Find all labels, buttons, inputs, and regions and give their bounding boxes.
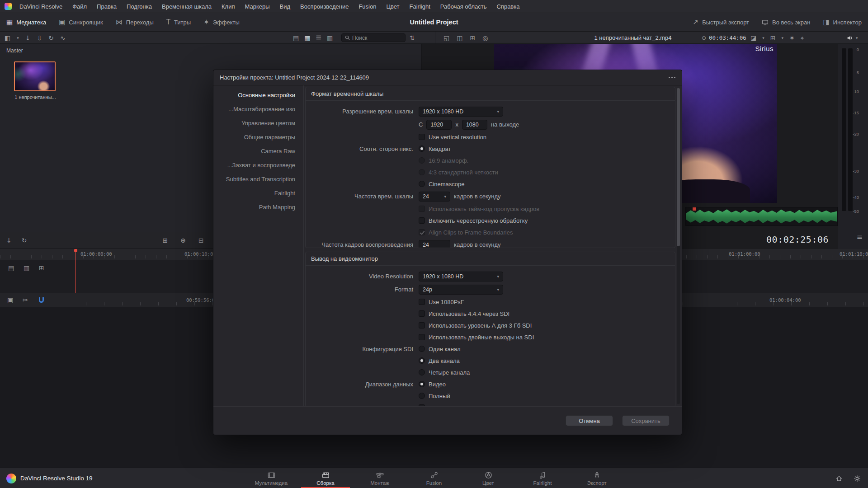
sdi-quad-radio[interactable] <box>419 369 425 375</box>
page-tab-edit[interactable]: Монтаж <box>353 468 407 488</box>
speaker-icon[interactable] <box>846 34 854 42</box>
tab-main-settings[interactable]: Основные настройки <box>213 88 303 102</box>
use-444-sdi-checkbox[interactable] <box>419 310 425 317</box>
checkbox-label[interactable]: Use vertical resolution <box>429 134 486 141</box>
menu-item-help[interactable]: Справка <box>491 3 524 10</box>
radio-label[interactable]: Квадрат <box>429 145 451 152</box>
titles-button[interactable]: T Титры <box>160 13 197 31</box>
chevron-down-icon[interactable]: ▾ <box>782 36 784 40</box>
chevron-down-icon[interactable]: ▾ <box>856 36 858 40</box>
tab-path-mapping[interactable]: Path Mapping <box>213 200 303 214</box>
monitor-format-dropdown[interactable]: 24p ▾ <box>419 285 503 295</box>
search-input[interactable] <box>352 35 402 41</box>
list-view-icon[interactable]: ☰ <box>316 35 321 41</box>
page-tab-media[interactable]: Мультимедиа <box>244 468 298 488</box>
metadata-view-icon[interactable]: ▥ <box>327 35 333 41</box>
settings-gear-icon[interactable] <box>854 475 861 482</box>
tab-camera-raw[interactable]: Camera Raw <box>213 144 303 158</box>
snap-icon[interactable] <box>39 297 44 303</box>
playback-framerate-input[interactable] <box>419 240 450 249</box>
smart-insert-icon[interactable]: ⊞ <box>162 237 168 244</box>
timeline-import-icon[interactable]: ↓ <box>6 237 12 244</box>
effects-button[interactable]: ✶ Эффекты <box>197 13 246 31</box>
menu-item-edit[interactable]: Правка <box>92 3 122 10</box>
import-folder-icon[interactable]: ⇩ <box>37 35 42 41</box>
viewer-options-icon[interactable]: ≡ <box>857 233 863 241</box>
bin-label[interactable]: Master <box>6 47 23 54</box>
timeline-height-input[interactable] <box>462 120 487 130</box>
checkbox-label[interactable]: Использовать 4:4:4 через SDI <box>429 310 509 317</box>
menu-item-timeline[interactable]: Временная шкала <box>157 3 217 10</box>
radio-label[interactable]: Два канала <box>429 357 460 364</box>
page-tab-color[interactable]: Цвет <box>461 468 515 488</box>
timeline-framerate-dropdown[interactable]: 24 ▾ <box>419 192 450 202</box>
zoom-options-icon[interactable]: ⊞ <box>39 265 44 271</box>
dialog-options-icon[interactable] <box>669 77 675 78</box>
checkbox-label[interactable]: Использовать уровень А для 3 Гб SDI <box>429 322 532 329</box>
compare-icon[interactable]: ◫ <box>457 35 462 41</box>
radio-label[interactable]: Один канал <box>429 346 461 352</box>
interlaced-checkbox[interactable] <box>419 217 425 224</box>
audio-sync-icon[interactable]: ∿ <box>60 35 66 41</box>
timeline-playhead[interactable] <box>75 249 76 293</box>
menu-item-workspace[interactable]: Рабочая область <box>435 3 492 10</box>
page-tab-cut[interactable]: Сборка <box>298 468 353 488</box>
range-video-radio[interactable] <box>419 381 425 387</box>
timeline-view-icon[interactable]: ▤ <box>8 265 14 271</box>
menu-item-trim[interactable]: Подгонка <box>122 3 157 10</box>
fit-view-icon[interactable]: ◱ <box>443 35 449 41</box>
chevron-down-icon[interactable]: ▾ <box>762 36 764 40</box>
overlay-grid-icon[interactable]: ⊞ <box>770 35 776 41</box>
cancel-button[interactable]: Отмена <box>566 415 613 426</box>
camera-cut-icon[interactable]: ▣ <box>7 297 13 303</box>
chevron-down-icon[interactable]: ▾ <box>17 36 19 40</box>
radio-label[interactable]: Cinemascope <box>429 181 465 188</box>
tab-color-management[interactable]: Управление цветом <box>213 116 303 130</box>
page-tab-fusion[interactable]: Fusion <box>407 468 461 488</box>
timeline-resolution-dropdown[interactable]: 868 x 488 HD ▾ <box>419 107 503 117</box>
menu-item-clip[interactable]: Клип <box>217 3 240 10</box>
panel-layout-icon[interactable]: ◧ <box>5 35 10 41</box>
split-clip-icon[interactable]: ✂ <box>23 297 28 303</box>
waveform-playhead[interactable] <box>833 207 833 225</box>
face-detect-icon[interactable]: ◎ <box>482 35 488 41</box>
checkbox-label[interactable]: Использовать двойные выходы на SDI <box>429 334 534 341</box>
tab-fairlight[interactable]: Fairlight <box>213 186 303 200</box>
page-tab-fairlight[interactable]: Fairlight <box>515 468 570 488</box>
sync-bin-button[interactable]: ▣ Синхроящик <box>52 13 109 31</box>
scopes-icon[interactable]: ◪ <box>750 35 756 41</box>
append-clip-icon[interactable]: ⊕ <box>180 237 186 244</box>
radio-label[interactable]: Полный <box>429 393 450 399</box>
transitions-button[interactable]: ⋈ Переходы <box>109 13 160 31</box>
checkbox-label[interactable]: Включить чересстрочную обработку <box>429 217 528 224</box>
dialog-scrollbar[interactable] <box>677 88 680 404</box>
tab-image-scaling[interactable]: ...Масштабирование изо <box>213 102 303 116</box>
aspect-square-radio[interactable] <box>419 145 425 152</box>
aspect-cinemascope-radio[interactable] <box>419 181 425 187</box>
enhance-wand-icon[interactable]: ✶ <box>789 35 795 41</box>
tab-subtitles[interactable]: Subtitles and Transcription <box>213 172 303 186</box>
refresh-icon[interactable]: ↻ <box>48 35 54 41</box>
menu-item-fusion[interactable]: Fusion <box>354 3 381 10</box>
menu-item-fairlight[interactable]: Fairlight <box>405 3 435 10</box>
page-tab-deliver[interactable]: Экспорт <box>570 468 624 488</box>
range-full-radio[interactable] <box>419 393 425 399</box>
import-media-icon[interactable]: ↓ <box>25 35 31 41</box>
timeline-refresh-icon[interactable]: ↻ <box>22 237 27 244</box>
strip-view-icon[interactable]: ▤ <box>293 35 299 41</box>
menu-item-playback[interactable]: Воспроизведение <box>295 3 354 10</box>
sdi-dual-radio[interactable] <box>419 357 425 364</box>
multicam-grid-icon[interactable]: ⊞ <box>470 35 475 41</box>
timeline-width-input[interactable] <box>426 120 452 130</box>
use-vertical-resolution-checkbox[interactable] <box>419 134 425 140</box>
menu-item-app[interactable]: DaVinci Resolve <box>14 3 67 10</box>
thumbnail-view-icon[interactable]: ▦ <box>304 35 310 41</box>
quick-export-button[interactable]: ↗ Быстрый экспорт <box>687 13 756 31</box>
ripple-overwrite-icon[interactable]: ⊟ <box>198 237 204 244</box>
tab-capture-playback[interactable]: ...Захват и воспроизведе <box>213 158 303 172</box>
audio-waveform[interactable] <box>685 207 838 226</box>
media-clip-caption[interactable]: 1 непрочитанны... <box>0 94 71 100</box>
radio-label[interactable]: Четыре канала <box>429 369 470 376</box>
tab-general-options[interactable]: Общие параметры <box>213 130 303 144</box>
menu-item-color[interactable]: Цвет <box>381 3 404 10</box>
